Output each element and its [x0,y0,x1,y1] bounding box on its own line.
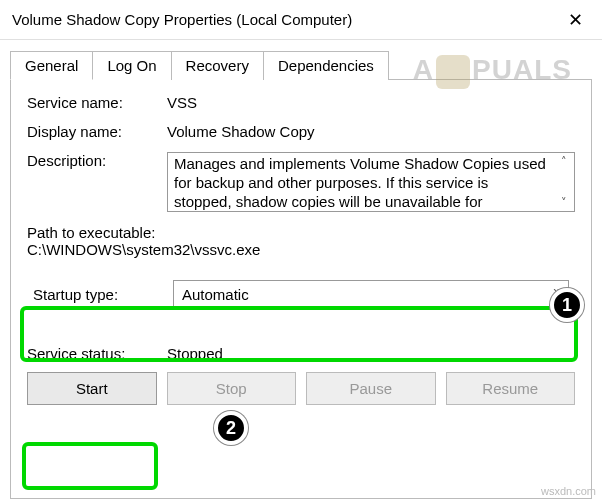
description-scrollbar[interactable]: ˄ ˅ [554,153,574,211]
titlebar: Volume Shadow Copy Properties (Local Com… [0,0,602,40]
label-service-status: Service status: [27,345,167,362]
row-startup-type: Startup type: Automatic ˅ [27,274,575,315]
resume-button: Resume [446,372,576,405]
service-control-buttons: Start Stop Pause Resume [27,372,575,405]
source-note: wsxdn.com [541,485,596,497]
startup-type-value: Automatic [182,286,249,303]
close-button[interactable]: ✕ [548,0,602,40]
row-description: Description: Manages and implements Volu… [27,152,575,212]
close-icon: ✕ [568,9,583,31]
label-startup-type: Startup type: [33,286,173,303]
label-display-name: Display name: [27,123,167,140]
value-path: C:\WINDOWS\system32\vssvc.exe [27,241,575,258]
row-service-name: Service name: VSS [27,94,575,111]
startup-type-select[interactable]: Automatic ˅ [173,280,569,309]
tab-strip: General Log On Recovery Dependencies [10,50,592,79]
annotation-badge-1: 1 [550,288,584,322]
value-description: Manages and implements Volume Shadow Cop… [168,153,554,211]
dialog-body: General Log On Recovery Dependencies Ser… [0,40,602,499]
label-service-name: Service name: [27,94,167,111]
tab-general[interactable]: General [10,51,93,80]
tab-panel-general: Service name: VSS Display name: Volume S… [10,79,592,499]
label-description: Description: [27,152,167,169]
tab-logon[interactable]: Log On [92,51,171,80]
value-display-name: Volume Shadow Copy [167,123,575,140]
scroll-up-icon: ˄ [561,155,567,168]
description-box: Manages and implements Volume Shadow Cop… [167,152,575,212]
label-path: Path to executable: [27,224,575,241]
row-path: Path to executable: C:\WINDOWS\system32\… [27,224,575,258]
pause-button: Pause [306,372,436,405]
tab-dependencies[interactable]: Dependencies [263,51,389,80]
value-service-status: Stopped [167,345,223,362]
window-title: Volume Shadow Copy Properties (Local Com… [12,11,352,28]
stop-button: Stop [167,372,297,405]
row-display-name: Display name: Volume Shadow Copy [27,123,575,140]
tab-recovery[interactable]: Recovery [171,51,264,80]
annotation-badge-2: 2 [214,411,248,445]
value-service-name: VSS [167,94,575,111]
start-button[interactable]: Start [27,372,157,405]
row-service-status: Service status: Stopped [27,345,575,362]
scroll-down-icon: ˅ [561,196,567,209]
